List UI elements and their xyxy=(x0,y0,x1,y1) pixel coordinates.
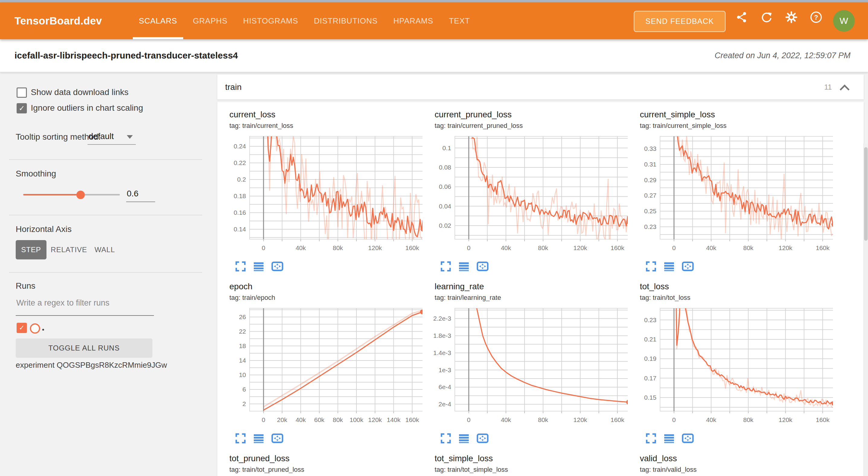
svg-text:40k: 40k xyxy=(296,244,306,251)
expand-icon[interactable] xyxy=(645,261,657,272)
svg-text:0: 0 xyxy=(672,244,676,251)
tab-histograms[interactable]: HISTOGRAMS xyxy=(236,2,306,39)
svg-text:0.25: 0.25 xyxy=(644,208,656,215)
fit-domain-icon[interactable] xyxy=(271,261,284,272)
svg-text:160k: 160k xyxy=(611,244,624,251)
expand-icon[interactable] xyxy=(645,433,657,444)
toggle-all-runs-button[interactable]: TOGGLE ALL RUNS xyxy=(16,339,152,358)
runs-filter-input[interactable] xyxy=(16,298,154,308)
svg-text:40k: 40k xyxy=(501,416,511,423)
fit-domain-icon[interactable] xyxy=(681,261,694,272)
settings-icon[interactable] xyxy=(785,10,798,24)
run-checkbox[interactable]: ✓ xyxy=(17,323,27,333)
run-color-swatch[interactable] xyxy=(30,323,40,334)
svg-text:0.18: 0.18 xyxy=(234,192,246,199)
tab-graphs[interactable]: GRAPHS xyxy=(185,2,236,39)
smoothing-slider-thumb[interactable] xyxy=(76,191,85,199)
chart-tag: tag: train/current_loss xyxy=(229,122,293,130)
tooltip-sorting-select[interactable]: default xyxy=(88,131,114,141)
data-table-icon[interactable] xyxy=(663,261,675,272)
svg-text:80k: 80k xyxy=(333,416,343,423)
divider xyxy=(9,215,202,215)
svg-text:0.16: 0.16 xyxy=(234,209,246,216)
chart-toolbar xyxy=(645,433,694,444)
data-table-icon[interactable] xyxy=(253,433,265,444)
divider xyxy=(9,159,202,160)
train-chart-count: 11 xyxy=(824,74,832,99)
settings-sidebar: Show data download links ✓ Ignore outlie… xyxy=(0,72,214,476)
smoothing-value[interactable]: 0.6 xyxy=(127,189,138,198)
divider xyxy=(9,272,202,273)
tab-text[interactable]: TEXT xyxy=(441,2,478,39)
chart-current_pruned_loss: current_pruned_losstag: train/current_pr… xyxy=(429,108,628,278)
run-name xyxy=(42,329,44,330)
svg-text:0.29: 0.29 xyxy=(644,177,656,183)
collapse-chevron-icon[interactable] xyxy=(840,85,849,94)
smoothing-value-underline xyxy=(126,201,155,202)
svg-text:80k: 80k xyxy=(743,416,754,423)
svg-text:0.22: 0.22 xyxy=(234,159,246,166)
svg-text:40k: 40k xyxy=(296,416,306,423)
svg-text:120k: 120k xyxy=(574,244,587,251)
tab-scalars[interactable]: SCALARS xyxy=(131,2,185,39)
svg-text:0.1: 0.1 xyxy=(442,145,451,152)
expand-icon[interactable] xyxy=(440,261,452,272)
chart-plot[interactable]: 040k80k120k160k0.140.160.180.20.220.24 xyxy=(223,108,423,278)
fit-domain-icon[interactable] xyxy=(476,433,489,444)
chart-tot_simple_loss: tot_simple_losstag: train/tot_simple_los… xyxy=(429,452,628,476)
svg-text:160k: 160k xyxy=(405,244,419,251)
svg-text:6e-4: 6e-4 xyxy=(438,383,451,390)
data-table-icon[interactable] xyxy=(458,433,470,444)
fit-domain-icon[interactable] xyxy=(681,433,694,444)
expand-icon[interactable] xyxy=(235,261,246,272)
tooltip-sorting-label: Tooltip sorting method: xyxy=(16,132,101,142)
axis-option-wall[interactable]: WALL xyxy=(92,240,118,259)
scrollbar-thumb[interactable] xyxy=(864,147,868,241)
fit-domain-icon[interactable] xyxy=(271,433,284,444)
chart-plot[interactable]: 020k40k60k80k100k120k140k160k26101418222… xyxy=(223,281,423,449)
chart-current_loss: current_losstag: train/current_loss040k8… xyxy=(223,108,423,278)
refresh-icon[interactable] xyxy=(760,10,773,24)
user-avatar[interactable]: W xyxy=(833,10,855,32)
chart-tag: tag: train/current_simple_loss xyxy=(640,122,726,130)
chevron-down-icon[interactable] xyxy=(127,135,133,139)
chart-toolbar xyxy=(645,261,694,272)
train-section-header[interactable]: train 11 xyxy=(217,74,864,99)
tab-hparams[interactable]: HPARAMS xyxy=(385,2,441,39)
svg-text:0.31: 0.31 xyxy=(644,161,656,168)
train-section-title: train xyxy=(225,74,242,99)
svg-text:1e-3: 1e-3 xyxy=(438,367,451,374)
chart-plot[interactable]: 040k80k120k160k0.150.170.190.210.23 xyxy=(634,281,833,449)
chart-title: tot_pruned_loss xyxy=(229,454,289,463)
svg-text:0.14: 0.14 xyxy=(234,226,246,232)
svg-text:120k: 120k xyxy=(368,416,382,423)
data-table-icon[interactable] xyxy=(253,261,265,272)
expand-icon[interactable] xyxy=(235,433,246,444)
nav-tabs: SCALARSGRAPHSHISTOGRAMSDISTRIBUTIONSHPAR… xyxy=(131,2,478,39)
runs-label: Runs xyxy=(16,281,35,291)
chart-plot[interactable]: 040k80k120k160k0.230.250.270.290.310.33 xyxy=(634,108,833,278)
share-icon[interactable] xyxy=(735,10,748,24)
chart-current_simple_loss: current_simple_losstag: train/current_si… xyxy=(634,108,833,278)
chart-plot[interactable]: 040k80k120k160k0.020.040.060.080.1 xyxy=(429,108,628,278)
axis-option-step[interactable]: STEP xyxy=(16,240,46,259)
chart-toolbar xyxy=(440,261,489,272)
page-scrollbar[interactable] xyxy=(864,144,868,476)
expand-icon[interactable] xyxy=(440,433,452,444)
svg-text:0.17: 0.17 xyxy=(644,375,656,382)
send-feedback-button[interactable]: SEND FEEDBACK xyxy=(634,11,725,32)
data-table-icon[interactable] xyxy=(663,433,675,444)
data-table-icon[interactable] xyxy=(458,261,470,272)
svg-text:2.2e-3: 2.2e-3 xyxy=(433,315,451,322)
axis-option-relative[interactable]: RELATIVE xyxy=(51,240,86,259)
svg-text:40k: 40k xyxy=(501,244,511,251)
chart-toolbar xyxy=(440,433,489,444)
fit-domain-icon[interactable] xyxy=(476,261,489,272)
svg-text:160k: 160k xyxy=(816,416,830,423)
help-icon[interactable]: ? xyxy=(809,10,823,24)
svg-text:120k: 120k xyxy=(779,416,793,423)
chart-plot[interactable]: 040k80k120k160k2e-46e-41e-31.4e-31.8e-32… xyxy=(429,281,628,449)
tab-distributions[interactable]: DISTRIBUTIONS xyxy=(306,2,385,39)
ignore-outliers-checkbox[interactable]: ✓ xyxy=(17,103,27,114)
show-download-links-checkbox[interactable] xyxy=(17,88,27,98)
